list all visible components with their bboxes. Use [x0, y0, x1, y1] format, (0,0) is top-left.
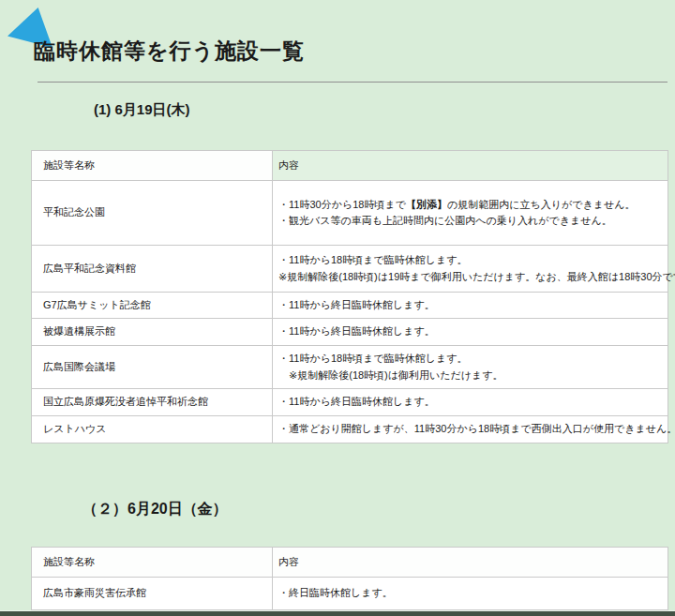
content-text: の規制範囲内に立ち入りができません。	[447, 199, 636, 210]
table-header-row: 施設等名称 内容	[32, 548, 668, 578]
bottom-bar	[0, 610, 675, 616]
content-line: ・11時から終日臨時休館します。	[278, 394, 662, 410]
content-line: ※規制解除後(18時頃)は19時まで御利用いただけます。なお、最終入館は18時3…	[278, 269, 662, 285]
table-row: レストハウス ・通常どおり開館しますが、11時30分から18時頃まで西側出入口が…	[32, 416, 668, 443]
content-line: ・観光バス等の車両も上記時間内に公園内への乗り入れができません。	[278, 213, 662, 229]
facility-name: レストハウス	[32, 416, 273, 443]
column-header-facility-name: 施設等名称	[32, 548, 273, 578]
content-line: ・終日臨時休館します。	[278, 585, 662, 601]
closure-table-june20: 施設等名称 内容 広島市豪雨災害伝承館 ・終日臨時休館します。	[31, 547, 668, 610]
content-line: ※規制解除後(18時頃)は御利用いただけます。	[278, 368, 662, 383]
facility-name: 被爆遺構展示館	[32, 319, 273, 346]
facility-content: ・11時から18時頃まで臨時休館します。 ※規制解除後(18時頃)は御利用いただ…	[273, 346, 668, 389]
facility-content: ・11時から18時頃まで臨時休館します。 ※規制解除後(18時頃)は19時まで御…	[273, 246, 668, 293]
title-divider	[38, 82, 668, 83]
page: { "page": { "title": "臨時休館等を行う施設一覧", "ba…	[0, 0, 675, 616]
facility-name: 広島平和記念資料館	[32, 246, 273, 293]
table-row: 被爆遺構展示館 ・11時から終日臨時休館します。	[32, 319, 668, 346]
facility-content: ・11時から終日臨時休館します。	[273, 319, 668, 346]
facility-name: 平和記念公園	[32, 181, 273, 246]
facility-content: ・11時30分から18時頃まで【別添】の規制範囲内に立ち入りができません。 ・観…	[273, 181, 668, 246]
table-header-row: 施設等名称 内容	[32, 151, 668, 181]
facility-content: ・11時から終日臨時休館します。	[273, 389, 668, 416]
column-header-content: 内容	[273, 151, 668, 181]
content-line: ・通常どおり開館しますが、11時30分から18時頃まで西側出入口が使用できません…	[278, 421, 662, 437]
table-row: 広島国際会議場 ・11時から18時頃まで臨時休館します。 ※規制解除後(18時頃…	[32, 346, 668, 389]
facility-name: 広島国際会議場	[32, 346, 273, 389]
table-row: 国立広島原爆死没者追悼平和祈念館 ・11時から終日臨時休館します。	[32, 389, 668, 416]
closure-table-june19: 施設等名称 内容 平和記念公園 ・11時30分から18時頃まで【別添】の規制範囲…	[31, 150, 668, 443]
facility-content: ・終日臨時休館します。	[273, 578, 668, 610]
content-text: ・11時30分から18時頃まで	[278, 199, 406, 210]
facility-content: ・11時から終日臨時休館します。	[273, 293, 668, 319]
content-line: ・11時から18時頃まで臨時休館します。	[278, 351, 662, 367]
section-heading-june20: （２）6月20日（金）	[82, 500, 228, 519]
table-row: 平和記念公園 ・11時30分から18時頃まで【別添】の規制範囲内に立ち入りができ…	[32, 181, 668, 246]
content-line: ・11時から18時頃まで臨時休館します。	[278, 252, 662, 268]
column-header-facility-name: 施設等名称	[32, 151, 273, 181]
attachment-reference: 【別添】	[406, 199, 447, 210]
content-line: ・11時から終日臨時休館します。	[278, 297, 662, 313]
facility-name: 広島市豪雨災害伝承館	[32, 578, 273, 610]
facility-content: ・通常どおり開館しますが、11時30分から18時頃まで西側出入口が使用できません…	[273, 416, 668, 443]
facility-name: 国立広島原爆死没者追悼平和祈念館	[32, 389, 273, 416]
section-heading-june19: (1) 6月19日(木)	[94, 101, 190, 119]
content-line: ・11時から終日臨時休館します。	[278, 323, 662, 339]
table-row: 広島市豪雨災害伝承館 ・終日臨時休館します。	[32, 578, 668, 610]
page-title: 臨時休館等を行う施設一覧	[34, 37, 305, 66]
content-line: ・11時30分から18時頃まで【別添】の規制範囲内に立ち入りができません。	[278, 197, 662, 213]
facility-name: G7広島サミット記念館	[32, 293, 273, 319]
column-header-content: 内容	[273, 548, 668, 578]
table-row: G7広島サミット記念館 ・11時から終日臨時休館します。	[32, 293, 668, 319]
table-row: 広島平和記念資料館 ・11時から18時頃まで臨時休館します。 ※規制解除後(18…	[32, 246, 668, 293]
